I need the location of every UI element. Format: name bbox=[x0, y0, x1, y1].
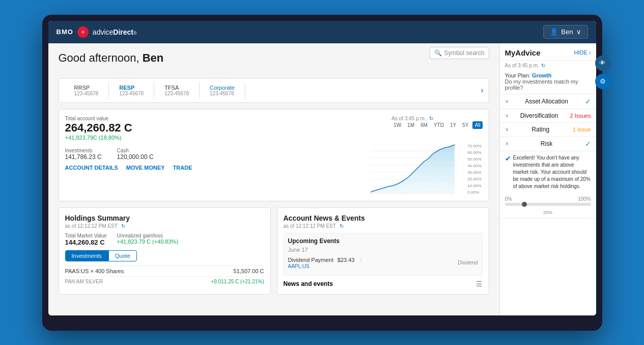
cash-block: Cash 120,000.00 C bbox=[117, 148, 154, 161]
y-50: 50.00% bbox=[467, 157, 481, 162]
hide-button[interactable]: HIDE › bbox=[574, 49, 591, 56]
myadvice-header: MyAdvice HIDE › bbox=[500, 43, 596, 61]
user-menu-button[interactable]: 👤 Ben ∨ bbox=[543, 25, 587, 39]
portfolio-right-header: As of 3:45 p.m. ↻ 1W 1M 6M YTD 1Y 5Y All bbox=[391, 116, 482, 132]
news-as-of: as of 12:12:12 PM EST bbox=[284, 223, 336, 229]
advice-risk: ∧ Risk ✓ bbox=[500, 137, 596, 151]
holding-name-1: PAAS:US × 400 Shares bbox=[65, 268, 124, 274]
event-amount: $23.43 bbox=[338, 257, 355, 263]
time-6m[interactable]: 6M bbox=[418, 121, 430, 129]
chevron-up-risk: ∧ bbox=[505, 141, 509, 146]
account-details-link[interactable]: ACCOUNT DETAILS bbox=[65, 165, 118, 171]
time-1y[interactable]: 1Y bbox=[448, 121, 458, 129]
time-1w[interactable]: 1W bbox=[391, 121, 403, 129]
investments-value: 141,786.23 C bbox=[65, 153, 102, 161]
investments-label: Investments bbox=[65, 148, 102, 153]
myadvice-sidebar: MyAdvice HIDE › As of 3:45 p.m. ↻ Your P… bbox=[499, 43, 596, 315]
move-money-link[interactable]: MOVE MONEY bbox=[126, 165, 165, 171]
portfolio-content: Investments 141,786.23 C Cash 120,000.00… bbox=[65, 144, 483, 195]
tab-resp[interactable]: RESP 123-45678 bbox=[109, 83, 154, 98]
chevron-down-icon: ∨ bbox=[576, 28, 581, 36]
news-events-row: News and events ☰ bbox=[284, 280, 483, 288]
asset-allocation-check: ✓ bbox=[585, 97, 591, 105]
portfolio-header: Total account value 264,260.82 C +41,823… bbox=[65, 116, 483, 141]
tab-rrsp[interactable]: RRSP 123-45678 bbox=[64, 83, 109, 98]
asset-allocation-header[interactable]: ∨ Asset Allocation ✓ bbox=[505, 97, 591, 105]
chart-svg bbox=[371, 144, 465, 195]
rating-issue: 1 Issue bbox=[573, 126, 591, 132]
event-menu-icon[interactable]: ⋮ bbox=[358, 257, 364, 263]
holdings-stats: Total Market Value 144,260.82 C Unrealiz… bbox=[65, 233, 264, 246]
news-filter-icon[interactable]: ☰ bbox=[476, 280, 483, 288]
progress-labels: 0% 100% bbox=[505, 196, 591, 202]
upcoming-events-box: Upcoming Events June 17 Dividend Payment… bbox=[284, 233, 483, 276]
settings-icon-button[interactable]: ⚙ bbox=[595, 74, 610, 89]
news-refresh-icon[interactable]: ↻ bbox=[340, 223, 344, 229]
rrsp-name: RRSP bbox=[74, 85, 99, 91]
progress-right: 100% bbox=[578, 196, 591, 202]
unrealized-label: Unrealized gain/loss bbox=[117, 233, 178, 238]
investments-block: Investments 141,786.23 C bbox=[65, 148, 102, 161]
chevron-down-div: ∨ bbox=[505, 113, 509, 118]
symbol-search[interactable]: 🔍 Symbol search bbox=[430, 47, 489, 59]
diversification-header[interactable]: ∨ Diversification 2 Issues bbox=[505, 112, 591, 119]
unrealized-block: Unrealized gain/loss +41,823.79 C (+40.8… bbox=[117, 233, 178, 246]
progress-bar-outer bbox=[505, 203, 591, 206]
sidebar-as-of: As of 3:45 p.m. ↻ bbox=[500, 61, 596, 70]
plan-link[interactable]: Growth bbox=[532, 72, 552, 78]
tab-corporate[interactable]: Corporate 123-45678 bbox=[200, 83, 245, 98]
time-1m[interactable]: 1M bbox=[405, 121, 416, 129]
holdings-refresh-icon[interactable]: ↻ bbox=[121, 223, 125, 229]
news-subtitle: as of 12:12:12 PM EST ↻ bbox=[284, 223, 483, 229]
bmo-text: BMO bbox=[57, 28, 73, 36]
rating-name: Rating bbox=[531, 126, 549, 133]
tmv-block: Total Market Value 144,260.82 C bbox=[65, 233, 107, 246]
plan-row: Your Plan: Growth Do my investments matc… bbox=[500, 70, 596, 94]
eye-icon-button[interactable]: 👁 bbox=[595, 56, 610, 71]
time-ytd[interactable]: YTD bbox=[432, 121, 446, 129]
y-30: 30.00% bbox=[467, 170, 481, 175]
corp-name: Corporate bbox=[210, 85, 235, 91]
plan-label: Your Plan: bbox=[505, 72, 532, 78]
time-all[interactable]: All bbox=[472, 121, 482, 129]
quote-toggle[interactable]: Quote bbox=[108, 250, 137, 261]
progress-left: 0% bbox=[505, 196, 512, 202]
investments-toggle[interactable]: Investments bbox=[65, 250, 108, 261]
trade-link[interactable]: TRADE bbox=[173, 165, 192, 171]
risk-check-row: ✔ Excellent! You don't have any investme… bbox=[505, 154, 591, 193]
holding-val-1: 51,507.00 C bbox=[234, 268, 264, 274]
news-title: Account News & Events bbox=[284, 214, 365, 222]
event-row-1: Dividend Payment $23.43 ⋮ AAPL:US Divide… bbox=[288, 255, 478, 271]
trademark: ® bbox=[133, 31, 137, 36]
upcoming-events-title: Upcoming Events bbox=[288, 237, 478, 245]
event-type: Dividend bbox=[458, 260, 478, 266]
event-name-amount: Dividend Payment $23.43 ⋮ bbox=[288, 257, 365, 263]
tfsa-num: 123-45678 bbox=[164, 91, 189, 96]
advice-direct-logo: adviceDirect® bbox=[93, 28, 137, 36]
myadvice-title: MyAdvice bbox=[505, 48, 541, 57]
main-content: Good afternoon, Ben 🔍 Symbol search RRSP… bbox=[48, 43, 596, 315]
rating-header[interactable]: ∨ Rating 1 Issue bbox=[505, 126, 591, 133]
y-40: 40.00% bbox=[467, 164, 481, 168]
y-0: 0.00% bbox=[467, 190, 481, 195]
risk-header[interactable]: ∧ Risk ✓ bbox=[505, 140, 591, 148]
greeting-row: Good afternoon, Ben 🔍 Symbol search bbox=[59, 51, 489, 71]
holding-row-1: PAAS:US × 400 Shares 51,507.00 C bbox=[65, 266, 264, 276]
rrsp-num: 123-45678 bbox=[74, 91, 99, 96]
holdings-section: Holdings Summary as of 12:12:12 PM EST ↻… bbox=[59, 207, 271, 295]
cash-label: Cash bbox=[117, 148, 154, 153]
account-tabs: RRSP 123-45678 RESP 123-45678 TFSA 123-4… bbox=[59, 78, 489, 103]
greeting-name: Ben bbox=[143, 51, 164, 64]
refresh-icon[interactable]: ↻ bbox=[429, 116, 433, 121]
chevron-down-rating: ∨ bbox=[505, 126, 509, 132]
portfolio-section: Total account value 264,260.82 C +41,823… bbox=[59, 109, 489, 201]
sidebar-refresh-icon[interactable]: ↻ bbox=[541, 63, 545, 68]
portfolio-metrics: Investments 141,786.23 C Cash 120,000.00… bbox=[65, 144, 362, 195]
advice-text: advice bbox=[93, 28, 113, 36]
time-5y[interactable]: 5Y bbox=[460, 121, 470, 129]
accounts-next-arrow[interactable]: › bbox=[481, 86, 483, 95]
tab-tfsa[interactable]: TFSA 123-45678 bbox=[154, 83, 200, 98]
asset-allocation-name: Asset Allocation bbox=[525, 98, 568, 105]
portfolio-links: ACCOUNT DETAILS MOVE MONEY TRADE bbox=[65, 165, 362, 171]
investments-row: Investments 141,786.23 C Cash 120,000.00… bbox=[65, 148, 362, 161]
